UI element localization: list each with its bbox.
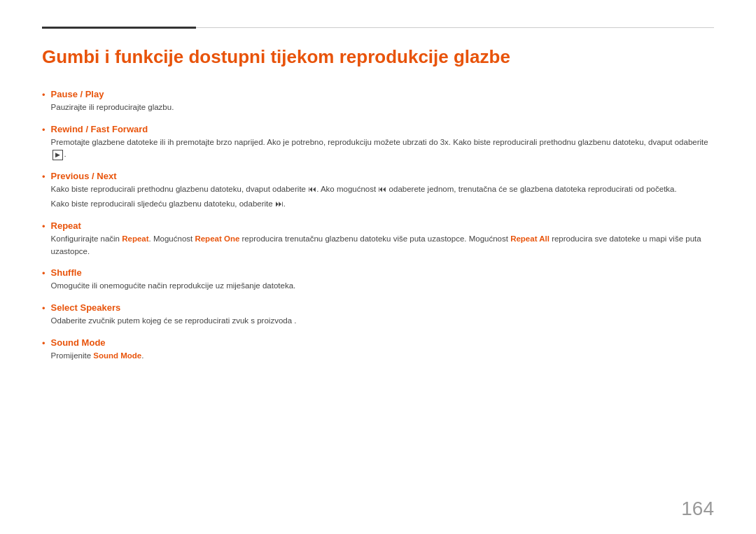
section-header: Pause / Play xyxy=(51,89,714,99)
section-header-bold: Pause / Play xyxy=(51,89,104,99)
section-header-bold: Sound Mode xyxy=(51,337,106,348)
top-bar xyxy=(0,27,756,29)
section-body: Konfigurirajte način Repeat. Mogućnost R… xyxy=(51,233,714,258)
bullet-icon: • xyxy=(42,221,46,232)
section-body: Odaberite zvučnik putem kojeg će se repr… xyxy=(51,315,714,328)
section-header-bold: Rewind / Fast Forward xyxy=(51,124,148,134)
section-body: Omogućite ili onemogućite način reproduk… xyxy=(51,280,714,293)
bold-repeat-one: Repeat One xyxy=(195,234,239,243)
bullet-icon: • xyxy=(42,303,46,314)
page-number: 164 xyxy=(681,498,714,520)
section-rewind: Rewind / Fast Forward Premotajte glazben… xyxy=(51,124,714,162)
main-content: Gumbi i funkcije dostupni tijekom reprod… xyxy=(42,45,714,492)
section-header-bold: Shuffle xyxy=(51,267,82,278)
section-header: Select Speakers xyxy=(51,302,714,313)
section-header: Shuffle xyxy=(51,267,714,278)
section-header: Rewind / Fast Forward xyxy=(51,124,714,134)
list-item: • Rewind / Fast Forward Premotajte glazb… xyxy=(42,124,714,162)
list-item: • Sound Mode Promijenite Sound Mode. xyxy=(42,337,714,363)
section-sound-mode: Sound Mode Promijenite Sound Mode. xyxy=(51,337,714,363)
top-bar-light xyxy=(196,27,714,28)
section-select-speakers: Select Speakers Odaberite zvučnik putem … xyxy=(51,302,714,328)
bold-repeat: Repeat xyxy=(122,234,148,243)
top-bar-dark xyxy=(42,27,196,29)
list-item: • Repeat Konfigurirajte način Repeat. Mo… xyxy=(42,220,714,258)
list-item: • Shuffle Omogućite ili onemogućite nači… xyxy=(42,267,714,293)
bold-sound-mode: Sound Mode xyxy=(93,351,141,360)
list-item: • Select Speakers Odaberite zvučnik pute… xyxy=(42,302,714,328)
bold-repeat-all: Repeat All xyxy=(510,234,550,243)
bullet-icon: • xyxy=(42,171,46,182)
section-body: Premotajte glazbene datoteke ili ih prem… xyxy=(51,136,714,162)
list-item: • Pause / Play Pauzirajte ili reproducir… xyxy=(42,89,714,114)
section-repeat: Repeat Konfigurirajte način Repeat. Mogu… xyxy=(51,220,714,258)
section-header: Repeat xyxy=(51,220,714,231)
bullet-icon: • xyxy=(42,125,46,135)
section-body-1: Kako biste reproducirali prethodnu glazb… xyxy=(51,183,714,196)
forward-icon: ▶ xyxy=(52,150,63,160)
section-header: Previous / Next xyxy=(51,171,714,181)
page-container: Gumbi i funkcije dostupni tijekom reprod… xyxy=(0,0,756,534)
section-header-bold: Select Speakers xyxy=(51,302,121,313)
section-previous-next: Previous / Next Kako biste reproducirali… xyxy=(51,171,714,211)
bullet-icon: • xyxy=(42,268,46,279)
section-header-bold: Previous / Next xyxy=(51,171,117,181)
bullet-icon: • xyxy=(42,90,46,100)
list-item: • Previous / Next Kako biste reproducira… xyxy=(42,171,714,211)
section-pause-play: Pause / Play Pauzirajte ili reproduciraj… xyxy=(51,89,714,114)
section-header-bold: Repeat xyxy=(51,220,81,231)
section-body: Pauzirajte ili reproducirajte glazbu. xyxy=(51,101,714,114)
section-header: Sound Mode xyxy=(51,337,714,348)
section-shuffle: Shuffle Omogućite ili onemogućite način … xyxy=(51,267,714,293)
page-title: Gumbi i funkcije dostupni tijekom reprod… xyxy=(42,45,714,69)
section-body: Promijenite Sound Mode. xyxy=(51,350,714,363)
bullet-icon: • xyxy=(42,338,46,349)
section-body-2: Kako biste reproducirali sljedeću glazbe… xyxy=(51,198,714,211)
section-list: • Pause / Play Pauzirajte ili reproducir… xyxy=(42,89,714,363)
